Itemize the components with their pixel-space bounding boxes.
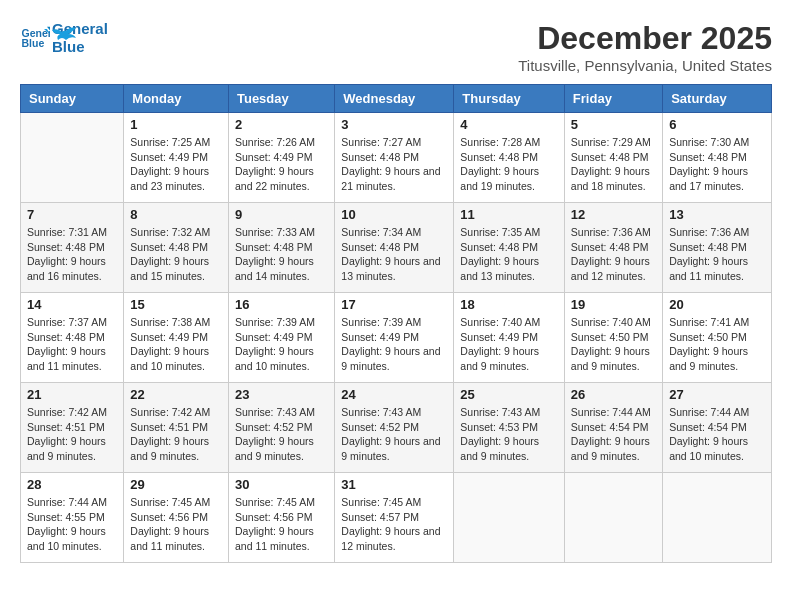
- day-number: 5: [571, 117, 656, 132]
- weekday-header-tuesday: Tuesday: [228, 85, 334, 113]
- calendar-cell: 20Sunrise: 7:41 AMSunset: 4:50 PMDayligh…: [663, 293, 772, 383]
- location-text: Titusville, Pennsylvania, United States: [518, 57, 772, 74]
- svg-text:Blue: Blue: [22, 37, 45, 49]
- calendar-cell: 9Sunrise: 7:33 AMSunset: 4:48 PMDaylight…: [228, 203, 334, 293]
- day-info: Sunrise: 7:36 AMSunset: 4:48 PMDaylight:…: [669, 225, 765, 284]
- day-info: Sunrise: 7:39 AMSunset: 4:49 PMDaylight:…: [235, 315, 328, 374]
- calendar-cell: 3Sunrise: 7:27 AMSunset: 4:48 PMDaylight…: [335, 113, 454, 203]
- day-info: Sunrise: 7:43 AMSunset: 4:52 PMDaylight:…: [235, 405, 328, 464]
- calendar-week-1: 1Sunrise: 7:25 AMSunset: 4:49 PMDaylight…: [21, 113, 772, 203]
- day-info: Sunrise: 7:44 AMSunset: 4:54 PMDaylight:…: [571, 405, 656, 464]
- day-info: Sunrise: 7:28 AMSunset: 4:48 PMDaylight:…: [460, 135, 558, 194]
- day-number: 19: [571, 297, 656, 312]
- day-number: 6: [669, 117, 765, 132]
- day-number: 28: [27, 477, 117, 492]
- day-number: 10: [341, 207, 447, 222]
- day-number: 22: [130, 387, 222, 402]
- calendar-cell: [21, 113, 124, 203]
- day-info: Sunrise: 7:35 AMSunset: 4:48 PMDaylight:…: [460, 225, 558, 284]
- calendar-cell: 26Sunrise: 7:44 AMSunset: 4:54 PMDayligh…: [564, 383, 662, 473]
- day-number: 20: [669, 297, 765, 312]
- weekday-header-monday: Monday: [124, 85, 229, 113]
- calendar-week-2: 7Sunrise: 7:31 AMSunset: 4:48 PMDaylight…: [21, 203, 772, 293]
- day-info: Sunrise: 7:40 AMSunset: 4:50 PMDaylight:…: [571, 315, 656, 374]
- weekday-header-sunday: Sunday: [21, 85, 124, 113]
- day-number: 2: [235, 117, 328, 132]
- day-number: 1: [130, 117, 222, 132]
- day-info: Sunrise: 7:45 AMSunset: 4:56 PMDaylight:…: [130, 495, 222, 554]
- day-info: Sunrise: 7:34 AMSunset: 4:48 PMDaylight:…: [341, 225, 447, 284]
- calendar-cell: 24Sunrise: 7:43 AMSunset: 4:52 PMDayligh…: [335, 383, 454, 473]
- calendar-cell: [564, 473, 662, 563]
- calendar-cell: 17Sunrise: 7:39 AMSunset: 4:49 PMDayligh…: [335, 293, 454, 383]
- day-info: Sunrise: 7:36 AMSunset: 4:48 PMDaylight:…: [571, 225, 656, 284]
- day-info: Sunrise: 7:40 AMSunset: 4:49 PMDaylight:…: [460, 315, 558, 374]
- day-number: 3: [341, 117, 447, 132]
- calendar-cell: 2Sunrise: 7:26 AMSunset: 4:49 PMDaylight…: [228, 113, 334, 203]
- day-number: 30: [235, 477, 328, 492]
- day-info: Sunrise: 7:30 AMSunset: 4:48 PMDaylight:…: [669, 135, 765, 194]
- calendar-cell: 29Sunrise: 7:45 AMSunset: 4:56 PMDayligh…: [124, 473, 229, 563]
- calendar-cell: 10Sunrise: 7:34 AMSunset: 4:48 PMDayligh…: [335, 203, 454, 293]
- calendar-cell: 28Sunrise: 7:44 AMSunset: 4:55 PMDayligh…: [21, 473, 124, 563]
- day-info: Sunrise: 7:43 AMSunset: 4:53 PMDaylight:…: [460, 405, 558, 464]
- page-header: General Blue General Blue December 2025 …: [20, 20, 772, 74]
- day-info: Sunrise: 7:25 AMSunset: 4:49 PMDaylight:…: [130, 135, 222, 194]
- day-number: 25: [460, 387, 558, 402]
- day-number: 8: [130, 207, 222, 222]
- day-info: Sunrise: 7:31 AMSunset: 4:48 PMDaylight:…: [27, 225, 117, 284]
- calendar-week-5: 28Sunrise: 7:44 AMSunset: 4:55 PMDayligh…: [21, 473, 772, 563]
- calendar-cell: 16Sunrise: 7:39 AMSunset: 4:49 PMDayligh…: [228, 293, 334, 383]
- day-number: 18: [460, 297, 558, 312]
- calendar-cell: 31Sunrise: 7:45 AMSunset: 4:57 PMDayligh…: [335, 473, 454, 563]
- day-info: Sunrise: 7:41 AMSunset: 4:50 PMDaylight:…: [669, 315, 765, 374]
- month-title: December 2025: [518, 20, 772, 57]
- day-info: Sunrise: 7:39 AMSunset: 4:49 PMDaylight:…: [341, 315, 447, 374]
- weekday-header-wednesday: Wednesday: [335, 85, 454, 113]
- calendar-cell: 7Sunrise: 7:31 AMSunset: 4:48 PMDaylight…: [21, 203, 124, 293]
- calendar-cell: 8Sunrise: 7:32 AMSunset: 4:48 PMDaylight…: [124, 203, 229, 293]
- day-info: Sunrise: 7:32 AMSunset: 4:48 PMDaylight:…: [130, 225, 222, 284]
- weekday-header-row: SundayMondayTuesdayWednesdayThursdayFrid…: [21, 85, 772, 113]
- calendar-cell: 1Sunrise: 7:25 AMSunset: 4:49 PMDaylight…: [124, 113, 229, 203]
- day-info: Sunrise: 7:44 AMSunset: 4:55 PMDaylight:…: [27, 495, 117, 554]
- day-info: Sunrise: 7:42 AMSunset: 4:51 PMDaylight:…: [27, 405, 117, 464]
- logo-bird-icon: [48, 26, 76, 46]
- calendar-cell: 11Sunrise: 7:35 AMSunset: 4:48 PMDayligh…: [454, 203, 565, 293]
- day-info: Sunrise: 7:42 AMSunset: 4:51 PMDaylight:…: [130, 405, 222, 464]
- calendar-cell: [663, 473, 772, 563]
- day-info: Sunrise: 7:43 AMSunset: 4:52 PMDaylight:…: [341, 405, 447, 464]
- calendar-table: SundayMondayTuesdayWednesdayThursdayFrid…: [20, 84, 772, 563]
- title-block: December 2025 Titusville, Pennsylvania, …: [518, 20, 772, 74]
- day-number: 27: [669, 387, 765, 402]
- day-info: Sunrise: 7:45 AMSunset: 4:56 PMDaylight:…: [235, 495, 328, 554]
- calendar-cell: 13Sunrise: 7:36 AMSunset: 4:48 PMDayligh…: [663, 203, 772, 293]
- day-number: 15: [130, 297, 222, 312]
- day-number: 14: [27, 297, 117, 312]
- calendar-cell: 30Sunrise: 7:45 AMSunset: 4:56 PMDayligh…: [228, 473, 334, 563]
- calendar-cell: 14Sunrise: 7:37 AMSunset: 4:48 PMDayligh…: [21, 293, 124, 383]
- day-info: Sunrise: 7:38 AMSunset: 4:49 PMDaylight:…: [130, 315, 222, 374]
- calendar-cell: 5Sunrise: 7:29 AMSunset: 4:48 PMDaylight…: [564, 113, 662, 203]
- day-number: 24: [341, 387, 447, 402]
- calendar-cell: [454, 473, 565, 563]
- logo: General Blue General Blue: [20, 20, 76, 56]
- calendar-cell: 18Sunrise: 7:40 AMSunset: 4:49 PMDayligh…: [454, 293, 565, 383]
- calendar-cell: 6Sunrise: 7:30 AMSunset: 4:48 PMDaylight…: [663, 113, 772, 203]
- day-number: 4: [460, 117, 558, 132]
- day-number: 9: [235, 207, 328, 222]
- calendar-cell: 27Sunrise: 7:44 AMSunset: 4:54 PMDayligh…: [663, 383, 772, 473]
- weekday-header-thursday: Thursday: [454, 85, 565, 113]
- day-number: 13: [669, 207, 765, 222]
- calendar-cell: 12Sunrise: 7:36 AMSunset: 4:48 PMDayligh…: [564, 203, 662, 293]
- calendar-cell: 23Sunrise: 7:43 AMSunset: 4:52 PMDayligh…: [228, 383, 334, 473]
- calendar-cell: 25Sunrise: 7:43 AMSunset: 4:53 PMDayligh…: [454, 383, 565, 473]
- day-number: 11: [460, 207, 558, 222]
- calendar-cell: 4Sunrise: 7:28 AMSunset: 4:48 PMDaylight…: [454, 113, 565, 203]
- calendar-week-4: 21Sunrise: 7:42 AMSunset: 4:51 PMDayligh…: [21, 383, 772, 473]
- day-info: Sunrise: 7:45 AMSunset: 4:57 PMDaylight:…: [341, 495, 447, 554]
- day-number: 23: [235, 387, 328, 402]
- calendar-cell: 21Sunrise: 7:42 AMSunset: 4:51 PMDayligh…: [21, 383, 124, 473]
- weekday-header-saturday: Saturday: [663, 85, 772, 113]
- day-number: 21: [27, 387, 117, 402]
